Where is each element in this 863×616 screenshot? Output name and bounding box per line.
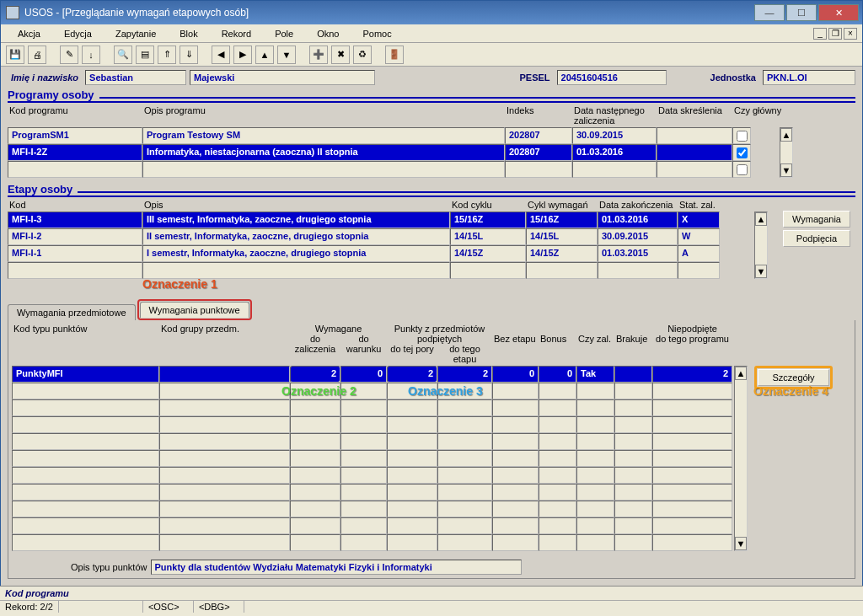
tabs: Wymagania przedmiotowe Wymagania punktow…	[8, 299, 855, 320]
down-icon[interactable]: ↓	[82, 46, 100, 64]
menubar: Akcja Edycja Zapytanie Blok Rekord Pole …	[1, 24, 862, 43]
tab-wymagania-przedmiotowe[interactable]: Wymagania przedmiotowe	[8, 304, 136, 320]
table-row[interactable]	[8, 262, 749, 279]
maximize-button[interactable]: ☐	[786, 4, 817, 21]
pesel-label: PESEL	[517, 71, 554, 84]
programy-headers: Kod programu Opis programu Indeks Data n…	[8, 104, 855, 127]
scroll-down-icon[interactable]: ▼	[735, 537, 747, 550]
status-osc: <OSC>	[143, 601, 194, 613]
exit-icon[interactable]: 🚪	[385, 46, 404, 64]
app-icon	[6, 6, 19, 19]
refresh-icon[interactable]: ♻	[353, 46, 372, 64]
opis-typu-row: Opis typu punktów	[71, 560, 851, 575]
menu-pomoc[interactable]: Pomoc	[351, 27, 403, 40]
punkty-row[interactable]	[12, 467, 732, 484]
pesel-field[interactable]	[557, 70, 667, 85]
first-name-field[interactable]	[85, 70, 186, 85]
programy-section-title: Programy osoby	[8, 88, 855, 103]
toolbar: 💾 🖨 ✎ ↓ 🔍 ▤ ⇑ ⇓ ◀ ▶ ▲ ▼ ➕ ✖ ♻ 🚪	[1, 43, 862, 67]
table-row[interactable]: MFI-I-3 III semestr, Informatyka, zaoczn…	[8, 212, 749, 228]
scroll-up-icon[interactable]: ▲	[780, 128, 792, 142]
etapy-section-title: Etapy osoby	[8, 183, 855, 197]
unit-label: Jednostka	[707, 71, 759, 84]
last-name-field[interactable]	[190, 70, 375, 85]
add-icon[interactable]: ➕	[309, 46, 328, 64]
print-icon[interactable]: 🖨	[28, 46, 46, 64]
mdi-restore-button[interactable]: ❐	[828, 28, 842, 40]
programy-scrollbar[interactable]: ▲ ▼	[780, 127, 793, 178]
menu-akcja[interactable]: Akcja	[6, 27, 52, 40]
punkty-row[interactable]	[12, 399, 732, 416]
punkty-row[interactable]: PunktyMFI 2 0 2 2 0 0 Tak 2	[12, 366, 732, 383]
glowny-checkbox[interactable]	[737, 147, 748, 158]
scroll-up-icon[interactable]: ▲	[735, 367, 747, 380]
first-icon[interactable]: ◀	[212, 46, 230, 64]
save-icon[interactable]: 💾	[6, 46, 24, 64]
scroll-down-icon[interactable]: ▼	[755, 265, 767, 278]
opis-typu-field[interactable]	[151, 560, 522, 575]
glowny-checkbox[interactable]	[737, 131, 748, 142]
menu-zapytanie[interactable]: Zapytanie	[104, 27, 168, 40]
annotation-4: Oznaczenie 4	[753, 384, 828, 398]
etapy-table: MFI-I-3 III semestr, Informatyka, zaoczn…	[8, 212, 749, 279]
punkty-headers: Kod typu punktów Kod grupy przedm. Wymag…	[12, 324, 851, 364]
menu-blok[interactable]: Blok	[168, 27, 209, 40]
glowny-checkbox[interactable]	[737, 164, 748, 175]
punkty-row[interactable]	[12, 433, 732, 450]
tab-wymagania-punktowe[interactable]: Wymagania punktowe	[140, 302, 249, 318]
podpiecia-button[interactable]: Podpięcia	[783, 230, 850, 247]
annotation-2: Oznaczenie 2	[281, 384, 356, 398]
table-row[interactable]	[8, 161, 817, 178]
wymagania-button[interactable]: Wymagania	[783, 211, 850, 228]
prev-icon[interactable]: ▶	[233, 46, 252, 64]
window-title: USOS - [Przeglądanie wymagań etapowych o…	[24, 7, 753, 19]
punkty-row[interactable]	[12, 517, 732, 534]
punkty-row[interactable]	[12, 383, 732, 399]
status-label: Kod programu	[0, 587, 863, 600]
minimize-button[interactable]: —	[754, 4, 785, 21]
table-row[interactable]: MFI-I-2 II semestr, Informatyka, zaoczne…	[8, 228, 749, 245]
titlebar: USOS - [Przeglądanie wymagań etapowych o…	[1, 1, 862, 24]
person-header: Imię i nazwisko PESEL Jednostka	[8, 70, 855, 85]
etapy-headers: Kod Opis Kod cyklu Cykl wymagań Data zak…	[8, 199, 855, 212]
record-counter: Rekord: 2/2	[0, 601, 59, 613]
annotation-1: Oznaczenie 1	[142, 277, 217, 291]
sort-asc-icon[interactable]: ⇑	[158, 46, 176, 64]
delete-icon[interactable]: ✖	[331, 46, 350, 64]
szczegoly-button[interactable]: Szczegóły	[758, 369, 829, 386]
last-icon[interactable]: ▼	[277, 46, 296, 64]
menu-pole[interactable]: Pole	[263, 27, 305, 40]
punkty-row[interactable]	[12, 501, 732, 517]
menu-rekord[interactable]: Rekord	[210, 27, 263, 40]
sort-desc-icon[interactable]: ⇓	[180, 46, 198, 64]
punkty-row[interactable]	[12, 534, 732, 551]
edit-icon[interactable]: ✎	[60, 46, 78, 64]
table-row[interactable]: ProgramSM1 Program Testowy SM 202807 30.…	[8, 127, 817, 144]
close-button[interactable]: ✕	[818, 4, 859, 21]
unit-field[interactable]	[763, 70, 855, 85]
scroll-up-icon[interactable]: ▲	[755, 212, 767, 226]
query-icon[interactable]: 🔍	[114, 46, 132, 64]
scroll-down-icon[interactable]: ▼	[780, 163, 792, 177]
table-row[interactable]: MFI-I-2Z Informatyka, niestacjonarna (za…	[8, 144, 817, 161]
programy-table: ProgramSM1 Program Testowy SM 202807 30.…	[8, 127, 817, 178]
mdi-minimize-button[interactable]: _	[813, 28, 827, 40]
punkty-row[interactable]	[12, 416, 732, 433]
table-row[interactable]: MFI-I-1 I semestr, Informatyka, zaoczne,…	[8, 245, 749, 262]
annotation-3: Oznaczenie 3	[408, 384, 483, 398]
punkty-row[interactable]	[12, 484, 732, 501]
punkty-row[interactable]	[12, 450, 732, 467]
menu-edycja[interactable]: Edycja	[52, 27, 104, 40]
punkty-scrollbar[interactable]: ▲ ▼	[734, 366, 748, 551]
next-icon[interactable]: ▲	[255, 46, 274, 64]
status-dbg: <DBG>	[194, 601, 244, 613]
mdi-close-button[interactable]: ×	[844, 28, 857, 40]
etapy-scrollbar[interactable]: ▲ ▼	[754, 212, 768, 279]
statusbar: Kod programu Rekord: 2/2 <OSC> <DBG>	[0, 586, 863, 616]
name-label: Imię i nazwisko	[8, 71, 82, 84]
filter-icon[interactable]: ▤	[136, 46, 154, 64]
menu-okno[interactable]: Okno	[305, 27, 351, 40]
opis-typu-label: Opis typu punktów	[71, 562, 147, 572]
